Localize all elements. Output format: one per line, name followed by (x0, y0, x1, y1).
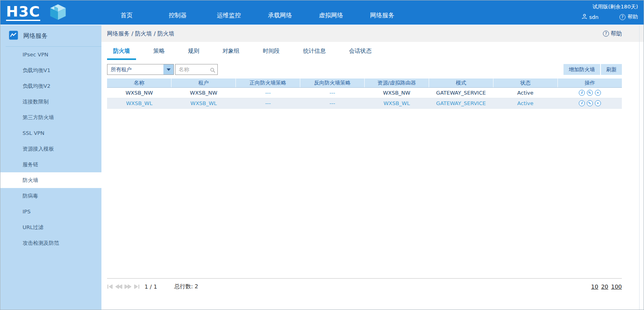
topbar-right: 试用版(剩余180天) sdn 帮助 (582, 3, 638, 21)
table-body: WXSB_NWWXSB_NW------WXSB_NWGATEWAY_SERVI… (107, 88, 622, 109)
topbar: H3C 首页控制器运维监控承载网络虚拟网络网络服务 试用版(剩余180天) (0, 0, 644, 25)
logo: H3C (0, 0, 101, 25)
sidebar-header: 网络服务 (0, 25, 101, 46)
column-header: 反向防火墙策略 (300, 79, 365, 87)
add-firewall-button[interactable]: 增加防火墙 (564, 64, 600, 75)
tab[interactable]: 规则 (182, 44, 205, 60)
refresh-button[interactable]: 刷新 (601, 64, 622, 75)
search-icon[interactable] (210, 67, 215, 74)
sidebar-item[interactable]: 连接数限制 (0, 94, 101, 110)
firewall-table: 名称租户正向防火墙策略反向防火墙策略资源/虚拟路由器模式状态操作 WXSB_NW… (107, 79, 622, 109)
column-header: 状态 (493, 79, 558, 87)
table-cell: --- (236, 88, 300, 98)
tenant-filter-value: 所有租户 (107, 66, 163, 73)
table-header-row: 名称租户正向防火墙策略反向防火墙策略资源/虚拟路由器模式状态操作 (107, 79, 622, 88)
delete-icon[interactable] (595, 100, 601, 106)
sidebar-item[interactable]: 防火墙 (0, 172, 101, 188)
table-cell: WXSB_WL (107, 98, 171, 108)
main-content: 网络服务 / 防火墙 / 防火墙 帮助 防火墙策略规则对象组时间段统计信息会话状… (101, 25, 644, 310)
page-size-link[interactable]: 10 (591, 283, 599, 290)
breadcrumb-bar: 网络服务 / 防火墙 / 防火墙 帮助 (101, 25, 644, 42)
help-icon (619, 14, 625, 20)
toolbar: 所有租户 增加防火墙 刷新 (107, 64, 622, 75)
column-header: 名称 (107, 79, 171, 87)
nav-item[interactable]: 控制器 (152, 12, 203, 19)
sidebar-item[interactable]: 防病毒 (0, 188, 101, 204)
sidebar-item[interactable]: IPS (0, 204, 101, 219)
sidebar: 网络服务 IPsec VPN负载均衡V1负载均衡V2连接数限制第三方防火墙SSL… (0, 25, 101, 310)
tab[interactable]: 策略 (147, 44, 171, 60)
tenant-filter-select[interactable]: 所有租户 (107, 64, 174, 75)
app-window: H3C 首页控制器运维监控承载网络虚拟网络网络服务 试用版(剩余180天) (0, 0, 644, 310)
table-cell: WXSB_NW (171, 88, 236, 98)
breadcrumb: 网络服务 / 防火墙 / 防火墙 (107, 30, 174, 37)
scroll-gutter (639, 25, 640, 310)
sidebar-item[interactable]: 负载均衡V2 (0, 78, 101, 94)
total-rows-label: 总行数: 2 (174, 283, 198, 290)
trial-badge: 试用版(剩余180天) (592, 3, 638, 10)
topbar-help-label: 帮助 (627, 13, 638, 21)
sidebar-item[interactable]: URL过滤 (0, 219, 101, 235)
nav-item[interactable]: 虚拟网络 (305, 12, 357, 19)
tab[interactable]: 防火墙 (107, 44, 136, 60)
sidebar-item[interactable]: IPsec VPN (0, 47, 101, 62)
info-icon[interactable] (579, 90, 585, 96)
sidebar-item[interactable]: SSL VPN (0, 125, 101, 141)
info-icon[interactable] (579, 100, 585, 106)
sidebar-item[interactable]: 第三方防火墙 (0, 110, 101, 125)
table-cell: WXSB_NW (107, 88, 171, 98)
sidebar-item[interactable]: 资源接入模板 (0, 141, 101, 157)
user-menu[interactable]: sdn (582, 14, 599, 21)
table-row[interactable]: WXSB_WLWXSB_WL------WXSB_WLGATEWAY_SERVI… (107, 98, 622, 109)
page-size-link[interactable]: 20 (601, 283, 608, 290)
sidebar-item[interactable]: 负载均衡V1 (0, 62, 101, 78)
username: sdn (589, 14, 599, 20)
nav-item[interactable]: 网络服务 (357, 12, 408, 19)
sidebar-menu: IPsec VPN负载均衡V1负载均衡V2连接数限制第三方防火墙SSL VPN资… (0, 47, 101, 251)
help-icon (603, 31, 609, 37)
topbar-help[interactable]: 帮助 (619, 13, 638, 21)
table-row[interactable]: WXSB_NWWXSB_NW------WXSB_NWGATEWAY_SERVI… (107, 88, 622, 98)
network-services-icon (9, 31, 18, 41)
row-actions (557, 88, 622, 98)
column-header: 租户 (171, 79, 236, 87)
tab[interactable]: 会话状态 (343, 44, 378, 60)
table-cell: GATEWAY_SERVICE (429, 98, 493, 108)
first-page-icon[interactable] (107, 284, 113, 289)
pagination: 1 / 1 总行数: 2 1020100 (107, 278, 622, 290)
page-help[interactable]: 帮助 (603, 30, 622, 37)
page-indicator: 1 / 1 (144, 283, 157, 290)
column-header: 正向防火墙策略 (236, 79, 300, 87)
column-header: 模式 (429, 79, 493, 87)
chevron-down-icon (163, 64, 173, 74)
tab[interactable]: 统计信息 (297, 44, 332, 60)
user-icon (582, 14, 587, 21)
column-header: 资源/虚拟路由器 (365, 79, 429, 87)
table-cell: --- (300, 98, 365, 108)
main-nav: 首页控制器运维监控承载网络虚拟网络网络服务 (101, 0, 408, 25)
last-page-icon[interactable] (134, 284, 140, 289)
column-header: 操作 (558, 79, 622, 87)
edit-icon[interactable] (587, 100, 593, 106)
nav-item[interactable]: 运维监控 (203, 12, 254, 19)
next-page-icon[interactable] (124, 284, 132, 289)
nav-item[interactable]: 首页 (101, 12, 152, 19)
tab[interactable]: 时间段 (257, 44, 286, 60)
table-cell: --- (300, 88, 365, 98)
row-actions (557, 98, 622, 108)
tab[interactable]: 对象组 (217, 44, 246, 60)
prev-page-icon[interactable] (115, 284, 122, 289)
page-size-link[interactable]: 100 (611, 283, 622, 290)
table-cell: Active (493, 88, 557, 98)
table-cell: GATEWAY_SERVICE (429, 88, 493, 98)
table-cell: WXSB_NW (365, 88, 429, 98)
delete-icon[interactable] (595, 90, 601, 96)
sidebar-item[interactable]: 服务链 (0, 157, 101, 172)
h3c-logo-text: H3C (6, 4, 40, 21)
table-cell: WXSB_WL (171, 98, 236, 108)
edit-icon[interactable] (587, 90, 593, 96)
sidebar-item[interactable]: 攻击检测及防范 (0, 235, 101, 251)
table-cell: --- (236, 98, 300, 108)
nav-item[interactable]: 承载网络 (254, 12, 305, 19)
tabs: 防火墙策略规则对象组时间段统计信息会话状态 (101, 42, 644, 60)
